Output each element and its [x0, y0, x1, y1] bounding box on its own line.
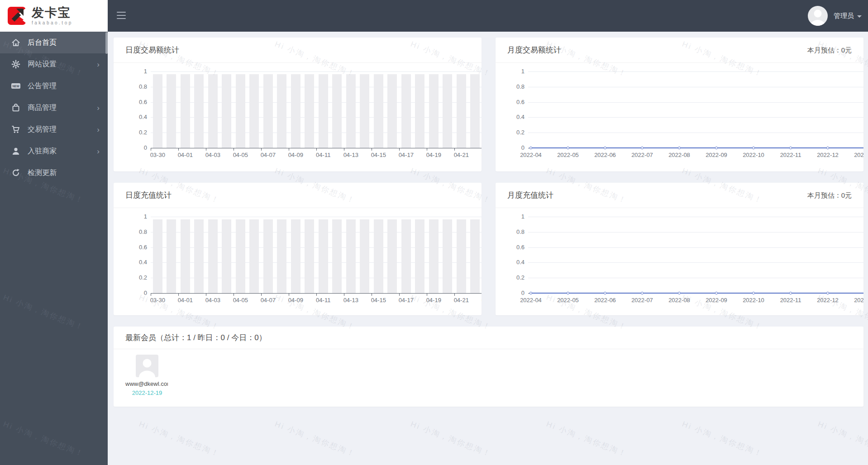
sidebar-item-label: 商品管理: [28, 103, 93, 113]
x-tick-label: 04-19: [421, 152, 446, 158]
watermark-text: Hi 小淘，淘你想淘！: [545, 419, 629, 459]
watermark-text: Hi 小淘，淘你想淘！: [409, 419, 493, 459]
x-tick-label: 04-23: [476, 297, 482, 304]
x-tick-label: 2022-10: [738, 152, 769, 158]
topbar: 管理员: [108, 0, 868, 32]
bar-background: [470, 74, 480, 148]
bar-background: [236, 74, 245, 148]
bar-background: [415, 74, 424, 148]
brand-logo-icon: [6, 5, 27, 26]
data-point: [715, 147, 718, 149]
y-tick-label: 0.4: [502, 258, 525, 266]
x-tick-mark: [454, 148, 455, 151]
bar-background: [374, 219, 383, 293]
y-tick-label: 0.8: [124, 228, 147, 236]
gridline: [528, 247, 863, 248]
sidebar-item-trades[interactable]: 交易管理›: [0, 119, 108, 140]
x-tick-mark: [289, 148, 289, 151]
x-tick-label: 04-13: [338, 297, 363, 304]
brand-logo[interactable]: 发卡宝 fakabao.top: [0, 0, 108, 32]
bar-background: [291, 219, 300, 293]
x-tick-mark: [261, 294, 262, 296]
x-tick-label: 2022-08: [663, 297, 695, 304]
panel-header: 月度充值统计 本月预估：0元: [496, 183, 863, 208]
brand-domain: fakabao.top: [32, 21, 73, 25]
sidebar-item-update-check[interactable]: 检测更新: [0, 162, 108, 184]
y-tick-label: 0: [502, 289, 525, 297]
sidebar-item-home[interactable]: 后台首页: [0, 32, 108, 53]
sidebar: 发卡宝 fakabao.top 后台首页网站设置›NEW公告管理商品管理›交易管…: [0, 0, 108, 465]
sidebar-item-label: 入驻商家: [28, 147, 93, 156]
x-tick-label: 2022-07: [626, 152, 658, 158]
x-tick-label: 04-05: [228, 297, 253, 304]
bar-background: [360, 74, 369, 148]
bar-background: [443, 74, 452, 148]
x-tick-mark: [206, 294, 206, 296]
panel-daily-trade: 日度交易额统计 00.20.40.60.8103-3004-0104-0304-…: [114, 38, 482, 171]
data-point: [641, 292, 644, 294]
bar-background: [457, 74, 466, 148]
y-tick-label: 0.4: [124, 113, 147, 121]
brand-text: 发卡宝 fakabao.top: [32, 7, 73, 25]
bar-background: [167, 74, 176, 148]
data-point: [752, 292, 755, 294]
data-point: [641, 147, 644, 149]
user-menu[interactable]: 管理员: [808, 0, 862, 32]
x-tick-mark: [316, 148, 317, 151]
user-icon: [11, 147, 21, 156]
bar-background: [401, 219, 411, 293]
hamburger-menu-icon[interactable]: [117, 12, 126, 19]
sidebar-item-site-settings[interactable]: 网站设置›: [0, 53, 108, 75]
new-badge-icon: NEW: [11, 81, 21, 90]
gridline: [151, 71, 482, 72]
bar-background: [374, 74, 383, 148]
bar-background: [415, 219, 424, 293]
sidebar-item-announcements[interactable]: NEW公告管理: [0, 75, 108, 97]
bar-background: [429, 74, 439, 148]
monthly-recharge-chart: 00.20.40.60.812022-042022-052022-062022-…: [496, 208, 863, 315]
bar-background: [360, 219, 369, 293]
cart-icon: [11, 125, 21, 134]
bar-background: [319, 219, 328, 293]
user-avatar: [808, 6, 828, 26]
x-tick-mark: [399, 294, 400, 296]
chevron-right-icon: ›: [97, 61, 100, 68]
sidebar-item-label: 检测更新: [28, 168, 100, 178]
x-tick-mark: [316, 294, 317, 296]
x-tick-mark: [151, 148, 151, 151]
data-point: [789, 147, 792, 149]
data-point: [529, 147, 532, 149]
bar-background: [153, 219, 162, 293]
bar-background: [387, 74, 397, 148]
sidebar-scrollbar[interactable]: [105, 32, 108, 54]
x-tick-label: 04-15: [366, 152, 391, 158]
sidebar-item-products[interactable]: 商品管理›: [0, 97, 108, 119]
month-estimate: 本月预估：0元: [807, 38, 852, 63]
panel-title: 月度交易额统计: [507, 38, 561, 63]
month-estimate: 本月预估：0元: [807, 183, 852, 208]
member-avatar: [136, 355, 158, 377]
x-tick-label: 2022-09: [701, 297, 732, 304]
bar-background: [222, 74, 231, 148]
member-register-date: 2022-12-19: [125, 389, 169, 396]
bar-background: [236, 219, 245, 293]
y-tick-label: 0.8: [502, 83, 525, 91]
bar-background: [222, 219, 231, 293]
x-tick-label: 04-11: [310, 297, 336, 304]
bar-background: [208, 74, 218, 148]
sidebar-item-merchants[interactable]: 入驻商家›: [0, 140, 108, 162]
x-tick-label: 04-09: [283, 297, 308, 304]
sidebar-item-label: 公告管理: [28, 81, 100, 91]
series-line: [531, 147, 863, 148]
x-tick-label: 04-03: [200, 297, 225, 304]
x-tick-label: 2022-06: [589, 152, 621, 158]
sidebar-menu: 后台首页网站设置›NEW公告管理商品管理›交易管理›入驻商家›检测更新: [0, 32, 108, 184]
x-tick-mark: [372, 148, 372, 151]
bar-background: [291, 74, 300, 148]
x-tick-label: 2022-08: [663, 152, 695, 158]
y-tick-label: 0: [124, 144, 147, 152]
bar-background: [387, 219, 397, 293]
y-tick-label: 0.2: [124, 274, 147, 282]
x-tick-label: 2022-04: [515, 297, 547, 304]
x-tick-mark: [178, 148, 179, 151]
